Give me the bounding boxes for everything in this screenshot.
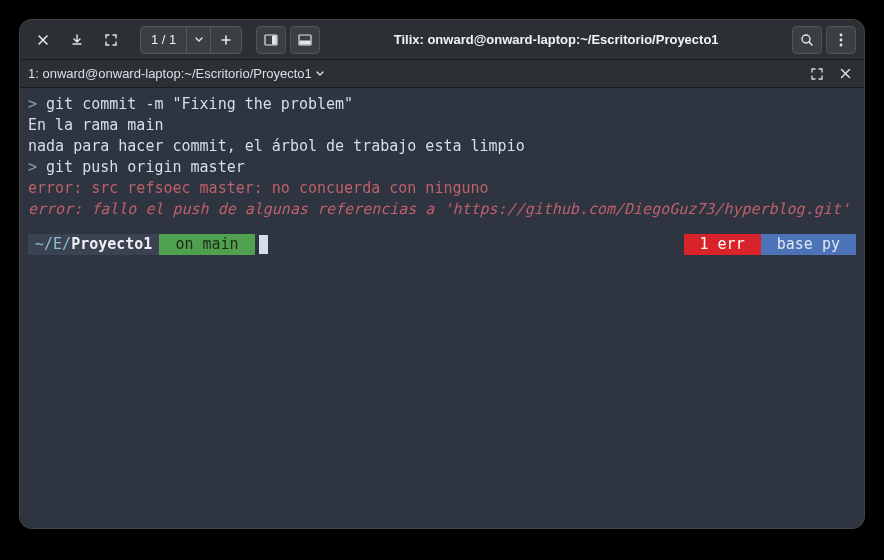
window-title: Tilix: onward@onward-laptop:~/Escritorio… [324, 32, 788, 47]
session-count[interactable]: 1 / 1 [141, 27, 187, 53]
maximize-pane-button[interactable] [806, 63, 828, 85]
new-session-button[interactable] [211, 27, 241, 53]
session-dropdown[interactable] [187, 27, 211, 53]
terminal-tab-label: 1: onward@onward-laptop:~/Escritorio/Pro… [28, 66, 312, 81]
close-button[interactable] [28, 26, 58, 54]
error-line-2c: ' [841, 200, 850, 218]
save-session-button[interactable] [62, 26, 92, 54]
session-switcher: 1 / 1 [140, 26, 242, 54]
hamburger-menu-button[interactable] [826, 26, 856, 54]
fullscreen-button[interactable] [96, 26, 126, 54]
cmd-line-2: git push origin master [37, 158, 245, 176]
status-branch: on main [159, 234, 254, 255]
prompt-caret: > [28, 95, 37, 113]
status-path: ~/E/Proyecto1 [28, 234, 159, 255]
svg-point-6 [840, 38, 843, 41]
output-line-3: nada para hacer commit, el árbol de trab… [28, 137, 525, 155]
tilix-window: 1 / 1 Tilix: onward@onward-laptop:~/Escr… [20, 20, 864, 528]
prompt-caret: > [28, 158, 37, 176]
svg-rect-1 [272, 35, 276, 44]
close-pane-button[interactable] [834, 63, 856, 85]
status-error-count: 1 err [684, 234, 761, 255]
titlebar: 1 / 1 Tilix: onward@onward-laptop:~/Escr… [20, 20, 864, 60]
error-line-2a: error: fallo el push de algunas referenc… [28, 200, 452, 218]
error-line-1: error: src refsoec master: no concuerda … [28, 179, 489, 197]
split-down-button[interactable] [290, 26, 320, 54]
status-env: base py [761, 234, 856, 255]
cmd-line-1: git commit -m "Fixing the problem" [37, 95, 353, 113]
cursor-block [259, 235, 268, 254]
terminal-content[interactable]: > git commit -m "Fixing the problem" En … [20, 88, 864, 528]
terminal-tab-1[interactable]: 1: onward@onward-laptop:~/Escritorio/Pro… [28, 66, 324, 81]
error-url: https://github.com/DiegoGuz73/hyperblog.… [452, 200, 840, 218]
terminal-tabbar: 1: onward@onward-laptop:~/Escritorio/Pro… [20, 60, 864, 88]
svg-point-7 [840, 43, 843, 46]
svg-rect-3 [300, 40, 311, 44]
svg-point-5 [840, 33, 843, 36]
chevron-down-icon [316, 71, 324, 77]
prompt-statusline: ~/E/Proyecto1 on main 1 err base py [28, 234, 856, 255]
output-line-2: En la rama main [28, 116, 163, 134]
search-button[interactable] [792, 26, 822, 54]
split-right-button[interactable] [256, 26, 286, 54]
